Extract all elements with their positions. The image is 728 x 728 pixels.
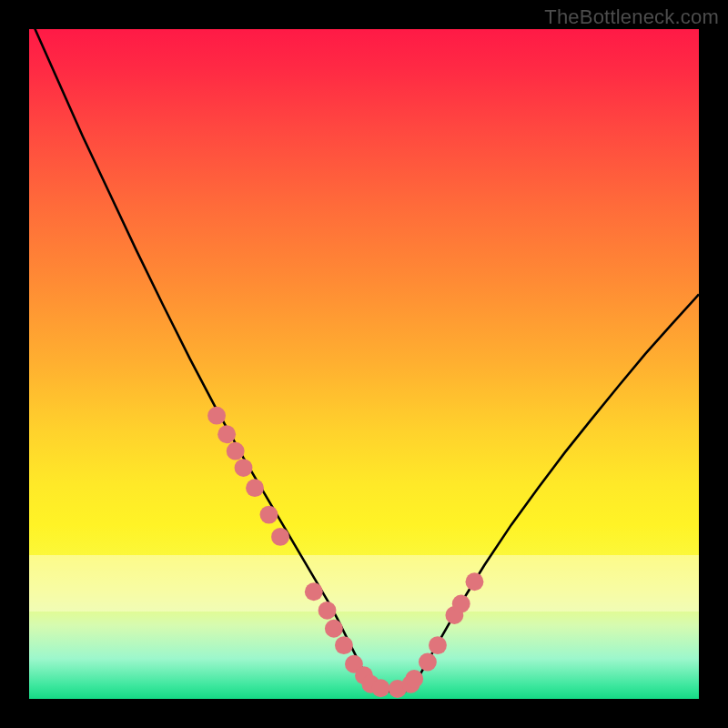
watermark-text: TheBottleneck.com xyxy=(544,5,719,29)
marker-layer xyxy=(207,407,483,698)
plot-area xyxy=(29,29,699,699)
data-marker xyxy=(318,602,337,620)
data-marker xyxy=(246,479,264,497)
data-marker xyxy=(429,636,447,654)
data-marker xyxy=(305,582,323,601)
data-marker xyxy=(452,595,470,613)
data-marker xyxy=(207,407,226,425)
chart-svg xyxy=(29,29,699,699)
data-marker xyxy=(466,572,484,591)
data-marker xyxy=(419,653,437,672)
curve-layer xyxy=(29,29,699,693)
data-marker xyxy=(235,459,253,477)
data-marker xyxy=(371,679,389,697)
data-marker xyxy=(217,425,236,443)
data-marker xyxy=(325,620,343,638)
data-marker xyxy=(335,636,353,654)
data-marker xyxy=(227,442,245,460)
data-marker xyxy=(271,528,289,546)
data-marker xyxy=(260,506,278,524)
data-marker xyxy=(405,670,423,688)
chart-frame: TheBottleneck.com xyxy=(0,0,728,728)
main-curve xyxy=(29,29,699,693)
